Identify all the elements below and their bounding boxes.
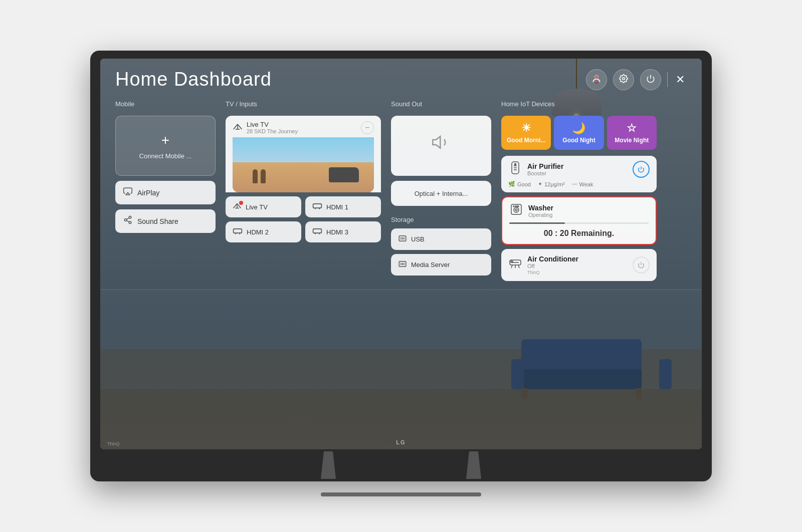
dashboard-grid: + Connect Mobile ... AirPlay: [115, 116, 687, 281]
live-tv-info: Live TV 28 SKD The Journey: [233, 121, 298, 134]
mobile-column: + Connect Mobile ... AirPlay: [115, 116, 216, 233]
air-purifier-name: Air Purifier: [527, 162, 628, 170]
washer-card[interactable]: Washer Operating 00 : 20 Remaining.: [501, 196, 657, 245]
washer-icon: [509, 203, 523, 218]
washer-name: Washer: [528, 204, 649, 212]
sound-label-card[interactable]: Optical + Interna...: [391, 181, 491, 206]
washer-card-top: Washer Operating: [502, 197, 656, 222]
svg-line-11: [234, 124, 238, 129]
live-dot: [239, 201, 243, 205]
hdmi3-icon: [312, 227, 322, 236]
storage-section: Storage USB: [391, 216, 491, 280]
air-conditioner-card[interactable]: Air Conditioner Off ThinQ: [501, 249, 657, 281]
thumbnail-people: [253, 169, 266, 183]
dashboard-header: Home Dashboard: [115, 69, 687, 90]
svg-line-15: [234, 204, 238, 208]
svg-point-41: [515, 164, 516, 165]
header-divider: [667, 72, 668, 87]
live-tv-input-label: Live TV: [246, 203, 268, 211]
washer-progress-fill: [509, 222, 565, 224]
airplay-button[interactable]: AirPlay: [115, 181, 216, 204]
inputs-grid: Live TV HDMI 1: [226, 196, 381, 242]
svg-rect-19: [313, 204, 322, 208]
svg-line-51: [518, 265, 519, 268]
hdmi3-button[interactable]: HDMI 3: [305, 221, 381, 242]
header-controls: ✕: [586, 69, 687, 90]
hdmi1-label: HDMI 1: [326, 203, 348, 211]
air-purifier-info: Air Purifier Booster: [527, 162, 628, 176]
profile-button[interactable]: [586, 69, 607, 90]
hdmi2-button[interactable]: HDMI 2: [226, 221, 301, 242]
live-tv-channel-name: Live TV: [247, 121, 298, 128]
air-purifier-top: Air Purifier Booster: [508, 161, 650, 178]
svg-point-8: [129, 221, 131, 224]
live-tv-input-icon: [233, 202, 242, 211]
washer-remaining-time: 00 : 20 Remaining.: [502, 224, 656, 244]
svg-line-10: [126, 218, 129, 219]
settings-button[interactable]: [613, 69, 634, 90]
usb-button[interactable]: USB: [391, 228, 491, 250]
tv-inputs-column: Live TV 28 SKD The Journey −: [226, 116, 381, 242]
profile-icon: [591, 74, 602, 86]
air-purifier-status: Booster: [527, 170, 628, 176]
dashboard-panel: Home Dashboard: [100, 59, 702, 449]
svg-point-44: [514, 207, 519, 212]
live-tv-channel-info: Live TV 28 SKD The Journey: [247, 121, 298, 134]
pm-icon: ✦: [538, 181, 542, 187]
screen-background: Home Dashboard: [100, 59, 702, 449]
pm-metric: ✦ 12μg/m³: [538, 181, 565, 187]
tv-screen: Home Dashboard: [100, 59, 702, 449]
tv-stand-base: [321, 492, 481, 496]
svg-point-7: [124, 219, 127, 221]
washer-status: Operating: [528, 212, 649, 218]
movie-night-scene[interactable]: ☆ Movie Night: [607, 116, 657, 150]
airplay-label: AirPlay: [137, 189, 159, 197]
connect-mobile-card[interactable]: + Connect Mobile ...: [115, 116, 216, 176]
good-night-scene[interactable]: 🌙 Good Night: [554, 116, 604, 150]
thumbnail-car: [329, 167, 359, 182]
usb-icon: [398, 234, 407, 244]
air-purifier-icon: [508, 161, 522, 178]
star-icon: ☆: [627, 122, 637, 135]
hdmi2-icon: [233, 227, 243, 236]
air-purifier-power-button[interactable]: [633, 161, 650, 178]
tv-stand-area: [321, 451, 481, 481]
washer-info: Washer Operating: [528, 204, 649, 218]
svg-marker-5: [126, 192, 130, 195]
good-morning-scene[interactable]: ☀ Good Morni...: [501, 116, 551, 150]
svg-rect-25: [313, 229, 322, 233]
sound-out-column: Optical + Interna... Storage: [391, 116, 491, 280]
hdmi3-label: HDMI 3: [326, 228, 348, 236]
airplay-icon: [123, 187, 132, 198]
air-conditioner-power-button[interactable]: [633, 256, 650, 274]
svg-line-9: [126, 220, 129, 222]
svg-line-12: [238, 124, 242, 129]
scene-buttons: ☀ Good Morni... 🌙 Good Night ☆ Movie Nig…: [501, 116, 657, 150]
air-conditioner-info: Air Conditioner Off ThinQ: [527, 255, 628, 275]
iot-column: ☀ Good Morni... 🌙 Good Night ☆ Movie Nig…: [501, 116, 657, 281]
thumbnail-sky: [233, 137, 374, 165]
live-tv-input-button[interactable]: Live TV: [226, 196, 301, 217]
hdmi1-button[interactable]: HDMI 1: [305, 196, 381, 217]
storage-section-label: Storage: [391, 216, 491, 223]
iot-section-label: Home IoT Devices: [501, 100, 657, 108]
settings-icon: [619, 74, 628, 85]
svg-rect-47: [515, 206, 519, 207]
good-night-label: Good Night: [562, 137, 595, 144]
wind-metric: 〰 Weak: [572, 181, 593, 187]
svg-point-6: [129, 216, 131, 219]
air-purifier-card[interactable]: Air Purifier Booster: [501, 156, 657, 192]
live-tv-card[interactable]: Live TV 28 SKD The Journey −: [226, 116, 381, 192]
hdmi2-label: HDMI 2: [247, 228, 269, 236]
air-metrics: 🌿 Good ✦ 12μg/m³ 〰 Weak: [508, 181, 650, 187]
sound-share-button[interactable]: Sound Share: [115, 209, 216, 233]
sound-out-card[interactable]: [391, 116, 491, 176]
media-server-button[interactable]: Media Server: [391, 254, 491, 276]
close-button[interactable]: ✕: [674, 71, 687, 88]
live-tv-header: Live TV 28 SKD The Journey −: [233, 121, 374, 134]
power-button[interactable]: [640, 69, 661, 90]
good-morning-label: Good Morni...: [507, 137, 545, 144]
sound-out-section-label: Sound Out: [391, 100, 491, 108]
air-conditioner-status: Off: [527, 263, 628, 269]
minimize-button[interactable]: −: [361, 121, 374, 134]
